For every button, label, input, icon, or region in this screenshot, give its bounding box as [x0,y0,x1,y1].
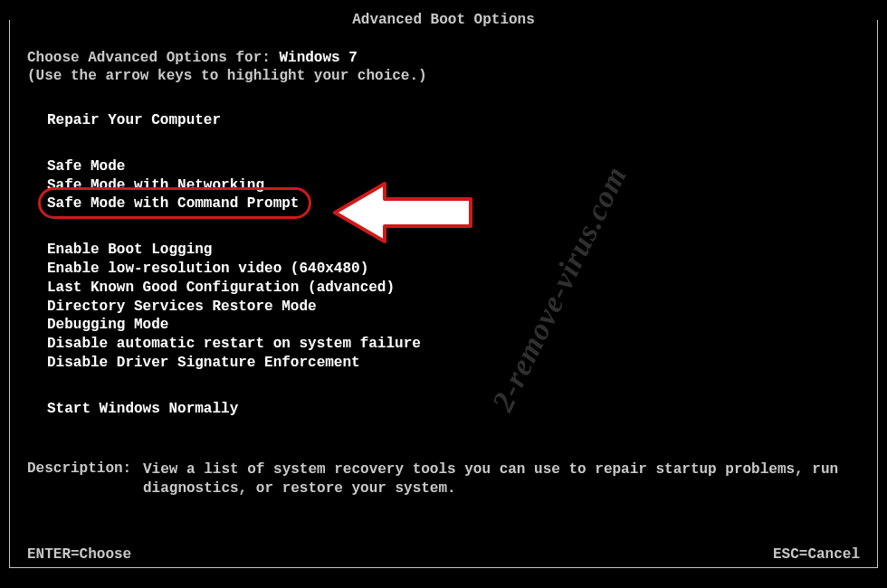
prompt-hint: (Use the arrow keys to highlight your ch… [27,68,860,84]
option-start-windows-normally[interactable]: Start Windows Normally [47,400,860,419]
option-last-known-good-configuration[interactable]: Last Known Good Configuration (advanced) [47,279,860,298]
title-bar: Advanced Boot Options [10,12,877,28]
prompt-prefix: Choose Advanced Options for: [27,50,279,66]
footer-enter-hint: ENTER=Choose [27,546,131,563]
description-block: Description: View a list of system recov… [27,460,860,499]
option-enable-low-resolution-video[interactable]: Enable low-resolution video (640x480) [47,260,860,279]
group-normal: Start Windows Normally [27,400,860,419]
description-label: Description: [27,460,143,499]
option-safe-mode-command-prompt[interactable]: Safe Mode with Command Prompt [47,194,299,213]
footer-bar: ENTER=Choose ESC=Cancel [27,546,860,563]
group-other: Enable Boot Logging Enable low-resolutio… [27,241,860,373]
window-title: Advanced Boot Options [345,12,542,28]
highlighted-option-wrap: Safe Mode with Command Prompt [47,194,299,213]
pointer-arrow-icon [330,181,475,249]
content-area: Choose Advanced Options for: Windows 7 (… [27,50,860,499]
group-repair: Repair Your Computer [27,111,860,130]
option-disable-driver-signature-enforcement[interactable]: Disable Driver Signature Enforcement [47,354,860,373]
option-disable-automatic-restart[interactable]: Disable automatic restart on system fail… [47,335,860,354]
footer-esc-hint: ESC=Cancel [773,546,860,563]
option-directory-services-restore-mode[interactable]: Directory Services Restore Mode [47,298,860,317]
option-safe-mode[interactable]: Safe Mode [47,157,860,176]
option-repair-your-computer[interactable]: Repair Your Computer [47,111,860,130]
os-name: Windows 7 [279,50,357,66]
description-text: View a list of system recovery tools you… [143,460,860,499]
option-debugging-mode[interactable]: Debugging Mode [47,316,860,335]
prompt-line: Choose Advanced Options for: Windows 7 [27,50,860,66]
